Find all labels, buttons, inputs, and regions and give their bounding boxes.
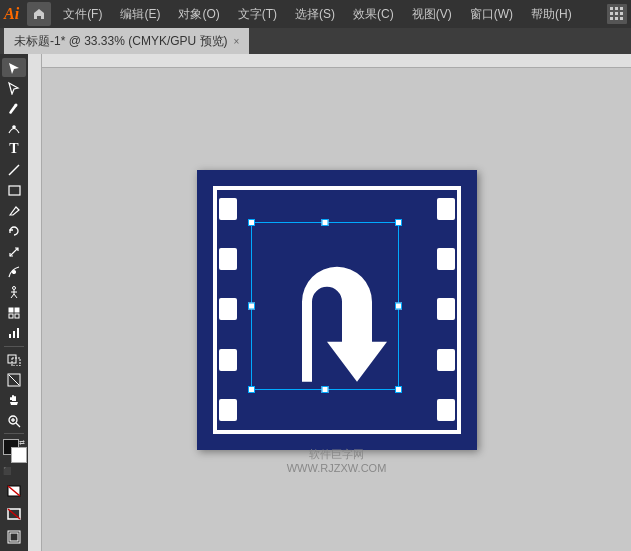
tool-type[interactable]: T xyxy=(2,140,26,159)
ruler-left xyxy=(28,54,42,551)
uturn-arrow xyxy=(267,226,407,386)
svg-point-0 xyxy=(15,103,18,106)
film-hole xyxy=(219,248,237,270)
svg-rect-10 xyxy=(9,308,13,312)
svg-rect-15 xyxy=(13,331,15,338)
menu-object[interactable]: 对象(O) xyxy=(170,2,227,27)
tool-zoom[interactable] xyxy=(2,411,26,430)
tab-close-button[interactable]: × xyxy=(234,36,240,47)
svg-rect-16 xyxy=(17,328,19,338)
film-hole xyxy=(219,198,237,220)
menu-view[interactable]: 视图(V) xyxy=(404,2,460,27)
svg-rect-3 xyxy=(9,186,20,195)
svg-rect-14 xyxy=(9,334,11,338)
sign-container: 软件巨字网 WWW.RJZXW.COM xyxy=(197,170,477,450)
swap-colors[interactable]: ⇄ xyxy=(19,439,25,447)
svg-rect-13 xyxy=(15,314,19,318)
film-hole xyxy=(437,248,455,270)
film-hole xyxy=(219,298,237,320)
left-toolbar: T xyxy=(0,54,28,551)
svg-rect-11 xyxy=(15,308,19,312)
tab-bar: 未标题-1* @ 33.33% (CMYK/GPU 预览) × xyxy=(0,28,631,54)
toolbar-separator-2 xyxy=(4,433,24,434)
tool-eraser[interactable] xyxy=(2,201,26,220)
background-color[interactable] xyxy=(11,447,27,463)
document-tab[interactable]: 未标题-1* @ 33.33% (CMYK/GPU 预览) × xyxy=(4,28,249,54)
tool-direct-select[interactable] xyxy=(2,78,26,97)
tool-puppet[interactable] xyxy=(2,283,26,302)
tool-warp[interactable] xyxy=(2,262,26,281)
tool-hand[interactable] xyxy=(2,391,26,410)
film-holes-left xyxy=(219,176,237,444)
reset-colors[interactable]: ⬛ xyxy=(3,467,12,475)
svg-rect-31 xyxy=(10,533,18,541)
menu-edit[interactable]: 编辑(E) xyxy=(112,2,168,27)
menu-effect[interactable]: 效果(C) xyxy=(345,2,402,27)
tool-fill-color[interactable] xyxy=(2,480,26,502)
film-hole xyxy=(219,399,237,421)
menu-window[interactable]: 窗口(W) xyxy=(462,2,521,27)
svg-line-9 xyxy=(14,294,17,298)
svg-line-2 xyxy=(9,165,19,175)
app-logo: Ai xyxy=(4,5,19,23)
film-hole xyxy=(437,399,455,421)
film-holes-right xyxy=(437,176,455,444)
color-selector[interactable]: ⬛ ⇄ xyxy=(3,439,25,474)
film-hole xyxy=(437,298,455,320)
tool-pen[interactable] xyxy=(2,99,26,118)
svg-point-5 xyxy=(13,287,16,290)
tab-title: 未标题-1* @ 33.33% (CMYK/GPU 预览) xyxy=(14,33,228,50)
watermark-line2: WWW.RJZXW.COM xyxy=(287,462,387,474)
grid-layout-button[interactable] xyxy=(607,4,627,24)
menu-file[interactable]: 文件(F) xyxy=(55,2,110,27)
svg-rect-12 xyxy=(9,314,13,318)
menu-text[interactable]: 文字(T) xyxy=(230,2,285,27)
tool-symbol[interactable] xyxy=(2,303,26,322)
tool-stroke-color[interactable] xyxy=(2,503,26,525)
svg-line-19 xyxy=(9,375,19,385)
film-hole xyxy=(437,198,455,220)
svg-line-8 xyxy=(11,294,14,298)
sign-frame xyxy=(197,170,477,450)
svg-point-4 xyxy=(13,270,16,273)
svg-line-22 xyxy=(16,423,20,427)
watermark-line1: 软件巨字网 xyxy=(287,447,387,462)
tool-slice[interactable] xyxy=(2,370,26,389)
tool-graph[interactable] xyxy=(2,323,26,342)
menu-select[interactable]: 选择(S) xyxy=(287,2,343,27)
film-hole xyxy=(437,349,455,371)
tool-scale[interactable] xyxy=(2,242,26,261)
toolbar-separator xyxy=(4,346,24,347)
ruler-top xyxy=(42,54,631,68)
tool-line[interactable] xyxy=(2,160,26,179)
menu-help[interactable]: 帮助(H) xyxy=(523,2,580,27)
menu-bar: Ai 文件(F) 编辑(E) 对象(O) 文字(T) 选择(S) 效果(C) 视… xyxy=(0,0,631,28)
artboard-wrapper: 软件巨字网 WWW.RJZXW.COM xyxy=(42,68,631,551)
watermark: 软件巨字网 WWW.RJZXW.COM xyxy=(287,447,387,474)
tool-screen-mode[interactable] xyxy=(2,528,26,547)
film-hole xyxy=(219,349,237,371)
home-button[interactable] xyxy=(27,2,51,26)
tool-rotate[interactable] xyxy=(2,221,26,240)
canvas-area[interactable]: 软件巨字网 WWW.RJZXW.COM xyxy=(28,54,631,551)
svg-point-1 xyxy=(13,126,15,128)
tool-artboard[interactable] xyxy=(2,350,26,369)
tool-select[interactable] xyxy=(2,58,26,77)
menu-items: 文件(F) 编辑(E) 对象(O) 文字(T) 选择(S) 效果(C) 视图(V… xyxy=(55,2,607,27)
svg-line-29 xyxy=(8,509,20,519)
main-layout: T xyxy=(0,54,631,551)
window-controls xyxy=(607,4,627,24)
tool-curvature[interactable] xyxy=(2,119,26,138)
tool-rectangle[interactable] xyxy=(2,181,26,200)
